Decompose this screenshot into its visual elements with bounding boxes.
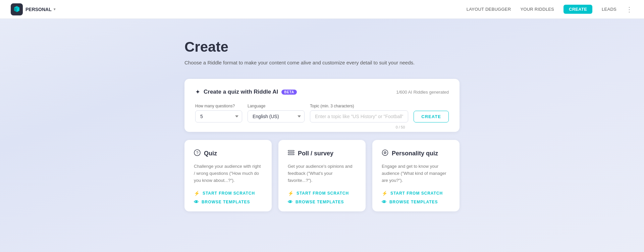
format-card-poll: Poll / survey Get your audience's opinio… xyxy=(278,140,366,211)
svg-point-8 xyxy=(385,152,385,153)
topic-label: Topic (min. 3 characters) xyxy=(310,104,408,108)
svg-rect-3 xyxy=(288,150,294,151)
quiz-start-scratch-link[interactable]: ⚡ START FROM SCRATCH xyxy=(194,191,262,196)
quiz-browse-templates-link[interactable]: 👁 BROWSE TEMPLATES xyxy=(194,199,262,205)
ai-quiz-card: ✦ Create a quiz with Riddle AI BETA 1/60… xyxy=(184,79,460,132)
ai-fields: How many questions? 5 10 15 20 Language … xyxy=(195,104,449,122)
questions-select[interactable]: 5 10 15 20 xyxy=(195,110,242,122)
personality-start-label: START FROM SCRATCH xyxy=(390,191,443,196)
language-field-group: Language English (US) English (UK) Spani… xyxy=(248,104,305,122)
poll-browse-label: BROWSE TEMPLATES xyxy=(296,200,344,204)
format-quiz-desc: Challenge your audience with right / wro… xyxy=(194,163,262,184)
nav-leads[interactable]: LEADS xyxy=(602,7,616,12)
nav-left: PERSONAL ▼ xyxy=(11,3,56,15)
lightning-icon: ⚡ xyxy=(382,191,388,196)
nav-your-riddles[interactable]: YOUR RIDDLES xyxy=(520,7,554,12)
poll-browse-templates-link[interactable]: 👁 BROWSE TEMPLATES xyxy=(288,199,356,205)
ai-card-header: ✦ Create a quiz with Riddle AI BETA 1/60… xyxy=(195,88,449,96)
topic-input[interactable] xyxy=(310,110,408,122)
svg-rect-4 xyxy=(288,152,294,153)
nav-create[interactable]: CREATE xyxy=(564,5,592,14)
quiz-icon: ? xyxy=(194,149,201,158)
format-personality-header: Personality quiz xyxy=(382,149,450,158)
more-menu-icon[interactable]: ⋮ xyxy=(626,5,633,13)
navbar: PERSONAL ▼ LAYOUT DEBUGGER YOUR RIDDLES … xyxy=(0,0,644,19)
poll-start-label: START FROM SCRATCH xyxy=(297,191,349,196)
workspace-selector[interactable]: PERSONAL ▼ xyxy=(25,7,56,12)
language-label: Language xyxy=(248,104,305,108)
personality-browse-templates-link[interactable]: 👁 BROWSE TEMPLATES xyxy=(382,199,450,205)
eye-icon: 👁 xyxy=(382,199,387,205)
poll-icon xyxy=(288,149,294,158)
workspace-label: PERSONAL xyxy=(25,7,52,12)
lightning-icon: ⚡ xyxy=(288,191,294,196)
format-personality-title: Personality quiz xyxy=(392,150,438,157)
personality-icon xyxy=(382,149,388,158)
format-card-personality: Personality quiz Engage and get to know … xyxy=(372,140,460,211)
format-personality-actions: ⚡ START FROM SCRATCH 👁 BROWSE TEMPLATES xyxy=(382,191,450,205)
eye-icon: 👁 xyxy=(288,199,293,205)
main-content: Create Choose a Riddle format to make yo… xyxy=(184,19,460,225)
format-personality-desc: Engage and get to know your audience ("W… xyxy=(382,163,450,184)
format-poll-desc: Get your audience's opinions and feedbac… xyxy=(288,163,356,184)
ai-card-title: Create a quiz with Riddle AI xyxy=(204,89,278,95)
topic-field-group: Topic (min. 3 characters) 0 / 50 xyxy=(310,104,408,122)
topic-input-wrapper: 0 / 50 xyxy=(310,110,408,122)
nav-right: LAYOUT DEBUGGER YOUR RIDDLES CREATE LEAD… xyxy=(467,5,633,14)
format-cards-grid: ? Quiz Challenge your audience with righ… xyxy=(184,140,460,211)
format-quiz-actions: ⚡ START FROM SCRATCH 👁 BROWSE TEMPLATES xyxy=(194,191,262,205)
magic-wand-icon: ✦ xyxy=(195,88,200,96)
format-poll-header: Poll / survey xyxy=(288,149,356,158)
format-quiz-header: ? Quiz xyxy=(194,149,262,158)
chevron-down-icon: ▼ xyxy=(53,7,56,11)
page-title: Create xyxy=(184,39,460,55)
format-card-quiz: ? Quiz Challenge your audience with righ… xyxy=(184,140,272,211)
svg-rect-5 xyxy=(288,154,294,155)
format-quiz-title: Quiz xyxy=(204,150,217,157)
format-poll-actions: ⚡ START FROM SCRATCH 👁 BROWSE TEMPLATES xyxy=(288,191,356,205)
logo-icon xyxy=(11,3,23,15)
ai-title-row: ✦ Create a quiz with Riddle AI BETA xyxy=(195,88,297,96)
lightning-icon: ⚡ xyxy=(194,191,200,196)
language-select[interactable]: English (US) English (UK) Spanish French… xyxy=(248,110,305,122)
ai-create-button[interactable]: CREATE xyxy=(414,111,449,122)
beta-badge: BETA xyxy=(281,90,297,95)
eye-icon: 👁 xyxy=(194,199,199,205)
ai-counter: 1/600 AI Riddles generated xyxy=(396,90,449,95)
nav-layout-debugger[interactable]: LAYOUT DEBUGGER xyxy=(467,7,511,12)
format-poll-title: Poll / survey xyxy=(298,150,333,157)
char-count: 0 / 50 xyxy=(396,125,405,129)
questions-field-group: How many questions? 5 10 15 20 xyxy=(195,104,242,122)
questions-label: How many questions? xyxy=(195,104,242,108)
personality-start-scratch-link[interactable]: ⚡ START FROM SCRATCH xyxy=(382,191,450,196)
poll-start-scratch-link[interactable]: ⚡ START FROM SCRATCH xyxy=(288,191,356,196)
quiz-browse-label: BROWSE TEMPLATES xyxy=(202,200,250,204)
personality-browse-label: BROWSE TEMPLATES xyxy=(389,200,438,204)
svg-text:?: ? xyxy=(196,151,199,155)
quiz-start-label: START FROM SCRATCH xyxy=(203,191,255,196)
page-subtitle: Choose a Riddle format to make your cont… xyxy=(184,60,460,65)
